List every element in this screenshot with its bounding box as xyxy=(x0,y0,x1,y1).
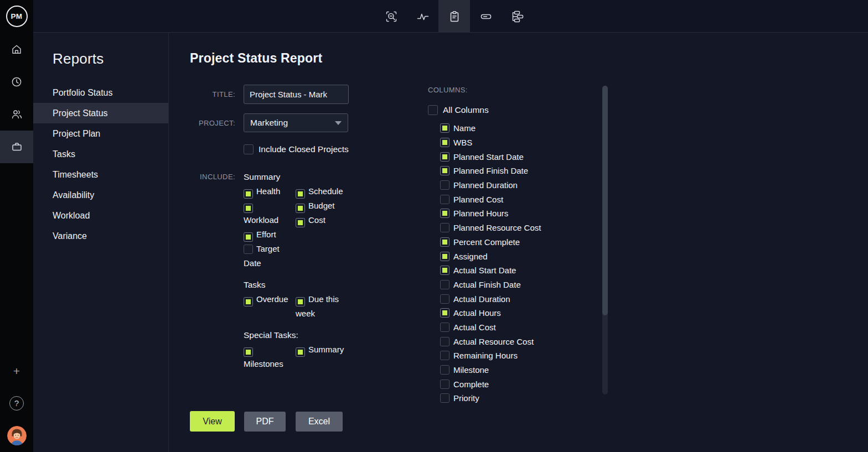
column-item-label: Complete xyxy=(453,380,489,389)
checkbox[interactable] xyxy=(296,204,305,213)
column-item-actual-resource-cost[interactable]: Actual Resource Cost xyxy=(440,334,594,349)
all-columns-checkbox[interactable] xyxy=(428,105,438,115)
pm-logo-icon: PM xyxy=(6,6,28,27)
reports-menu-item-tasks[interactable]: Tasks xyxy=(33,144,168,164)
column-item-remaining-hours[interactable]: Remaining Hours xyxy=(440,349,594,363)
pdf-button[interactable]: PDF xyxy=(244,412,286,432)
checkbox[interactable] xyxy=(440,180,450,190)
checkbox[interactable] xyxy=(440,152,450,162)
column-item-complete[interactable]: Complete xyxy=(440,377,594,391)
column-item-planned-hours[interactable]: Planned Hours xyxy=(440,206,594,221)
columns-scrollbar-track[interactable] xyxy=(602,86,608,394)
project-select[interactable]: Marketing xyxy=(244,113,348,132)
checkbox[interactable] xyxy=(440,393,450,403)
column-item-actual-finish-date[interactable]: Actual Finish Date xyxy=(440,278,594,292)
checkbox[interactable] xyxy=(440,337,450,346)
column-item-milestone[interactable]: Milestone xyxy=(440,363,594,377)
reports-menu-item-portfolio-status[interactable]: Portfolio Status xyxy=(33,82,168,103)
checkbox[interactable] xyxy=(440,280,450,289)
column-item-planned-duration[interactable]: Planned Duration xyxy=(440,178,594,193)
reports-menu-item-availability[interactable]: Availability xyxy=(33,185,168,205)
checkbox[interactable] xyxy=(296,297,305,306)
column-item-actual-hours[interactable]: Actual Hours xyxy=(440,306,594,320)
checkbox[interactable] xyxy=(244,232,253,242)
all-columns-item[interactable]: All Columns xyxy=(428,103,594,117)
rail-item-profile[interactable] xyxy=(0,419,33,452)
view-button[interactable]: View xyxy=(190,411,235,432)
column-item-actual-start-date[interactable]: Actual Start Date xyxy=(440,263,594,278)
checkbox[interactable] xyxy=(440,123,450,133)
topbar-tab-activity[interactable] xyxy=(407,0,438,33)
topbar-tab-workflow[interactable] xyxy=(502,0,533,33)
pm-logo[interactable]: PM xyxy=(0,0,33,33)
column-item-name[interactable]: Name xyxy=(440,121,594,136)
column-item-wbs[interactable]: WBS xyxy=(440,136,594,150)
include-closed-checkbox[interactable] xyxy=(244,144,254,154)
include-checkbox-budget[interactable]: Budget xyxy=(296,199,349,213)
rail-item-portfolio[interactable] xyxy=(0,131,33,163)
column-item-priority[interactable]: Priority xyxy=(440,391,594,406)
include-checkbox-target-date[interactable]: Target Date xyxy=(244,242,290,271)
topbar-tab-reports[interactable] xyxy=(438,0,470,33)
reports-menu-item-project-plan[interactable]: Project Plan xyxy=(33,123,168,144)
rail-item-add[interactable]: + xyxy=(0,355,33,387)
checkbox[interactable] xyxy=(244,189,253,199)
checkbox[interactable] xyxy=(244,245,253,254)
checkbox[interactable] xyxy=(440,195,450,204)
checkbox[interactable] xyxy=(244,204,253,213)
checkbox[interactable] xyxy=(440,237,450,247)
topbar-tab-zoom-area[interactable] xyxy=(375,0,407,33)
column-item-actual-duration[interactable]: Actual Duration xyxy=(440,292,594,306)
checkbox[interactable] xyxy=(440,351,450,360)
checkbox[interactable] xyxy=(440,138,450,147)
column-item-planned-cost[interactable]: Planned Cost xyxy=(440,192,594,206)
rail-item-time[interactable] xyxy=(0,65,33,98)
column-item-planned-start-date[interactable]: Planned Start Date xyxy=(440,149,594,164)
column-item-planned-finish-date[interactable]: Planned Finish Date xyxy=(440,164,594,178)
columns-scrollbar-thumb[interactable] xyxy=(602,86,608,315)
reports-menu-item-workload[interactable]: Workload xyxy=(33,205,168,226)
include-checkbox-schedule[interactable]: Schedule xyxy=(296,184,349,199)
reports-menu-item-timesheets[interactable]: Timesheets xyxy=(33,164,168,185)
column-item-planned-resource-cost[interactable]: Planned Resource Cost xyxy=(440,221,594,235)
include-checkbox-overdue[interactable]: Overdue xyxy=(244,292,290,306)
column-item-label: Planned Start Date xyxy=(453,152,524,162)
checkbox[interactable] xyxy=(440,166,450,175)
checkbox[interactable] xyxy=(244,347,253,357)
checkbox[interactable] xyxy=(440,294,450,304)
include-checkbox-workload[interactable]: Workload xyxy=(244,199,290,227)
checkbox[interactable] xyxy=(296,218,305,227)
checkbox[interactable] xyxy=(440,209,450,218)
checkbox[interactable] xyxy=(296,347,305,357)
rail-item-home[interactable] xyxy=(0,33,33,65)
include-checkbox-health[interactable]: Health xyxy=(244,184,290,199)
include-closed-projects[interactable]: Include Closed Projects xyxy=(244,144,411,154)
checkbox[interactable] xyxy=(440,223,450,232)
rail-item-team[interactable] xyxy=(0,98,33,131)
include-checkbox-summary[interactable]: Summary xyxy=(296,342,349,357)
include-checkbox-effort[interactable]: Effort xyxy=(244,227,290,242)
clock-icon xyxy=(11,76,23,88)
checkbox[interactable] xyxy=(244,297,253,306)
column-item-actual-cost[interactable]: Actual Cost xyxy=(440,320,594,335)
column-item-label: Planned Resource Cost xyxy=(453,223,541,232)
include-checkbox-due-this-week[interactable]: Due this week xyxy=(296,292,349,321)
checkbox[interactable] xyxy=(440,252,450,261)
rail-item-help[interactable]: ? xyxy=(0,387,33,419)
column-item-assigned[interactable]: Assigned xyxy=(440,249,594,263)
checkbox[interactable] xyxy=(440,266,450,275)
checkbox[interactable] xyxy=(440,308,450,318)
checkbox[interactable] xyxy=(440,323,450,332)
title-input[interactable] xyxy=(244,85,349,104)
reports-menu-item-project-status[interactable]: Project Status xyxy=(33,103,168,123)
excel-button[interactable]: Excel xyxy=(296,412,343,432)
include-checkbox-milestones[interactable]: Milestones xyxy=(244,342,290,371)
column-item-percent-complete[interactable]: Percent Complete xyxy=(440,235,594,250)
reports-menu-item-variance[interactable]: Variance xyxy=(33,226,168,246)
include-checkbox-cost[interactable]: Cost xyxy=(296,213,349,227)
checkbox[interactable] xyxy=(296,189,305,199)
checkbox[interactable] xyxy=(440,380,450,389)
all-columns-label: All Columns xyxy=(443,105,489,115)
topbar-tab-board[interactable] xyxy=(470,0,502,33)
checkbox[interactable] xyxy=(440,365,450,375)
